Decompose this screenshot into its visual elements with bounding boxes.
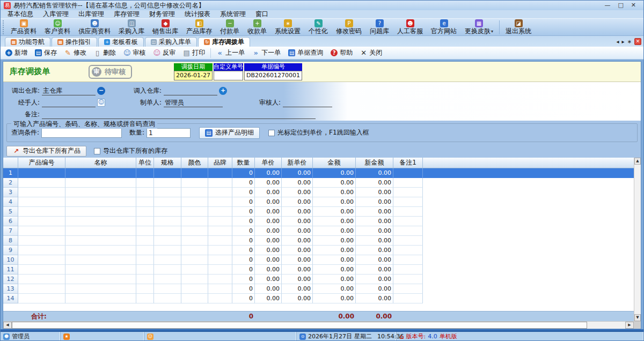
cell-price[interactable]: 0.00: [255, 217, 282, 226]
cell-amount[interactable]: 0.00: [313, 226, 356, 236]
cell-quantity[interactable]: 0: [232, 246, 255, 255]
toolbar-button[interactable]: ∗ 系统设置: [271, 19, 305, 35]
cell-amount[interactable]: 0.00: [313, 217, 356, 226]
action-button[interactable]: + 新增: [2, 47, 31, 59]
cell-remark[interactable]: [393, 168, 423, 178]
header-field-value[interactable]: 2026-01-27: [174, 71, 213, 80]
scrollbar-track[interactable]: [587, 322, 625, 329]
cell-remark[interactable]: [393, 284, 423, 294]
col-header[interactable]: 产品编号: [18, 158, 65, 168]
cell-spec[interactable]: [154, 217, 181, 226]
cell-spec[interactable]: [154, 265, 181, 275]
cell-remark[interactable]: [393, 207, 423, 217]
cell-new-price[interactable]: 0.00: [282, 265, 313, 275]
cell-remark[interactable]: [393, 294, 423, 303]
action-button[interactable]: ▤ 单据查询: [284, 47, 327, 59]
out-warehouse-picker-icon[interactable]: −: [97, 87, 105, 95]
cell-quantity[interactable]: 0: [232, 226, 255, 236]
cell-quantity[interactable]: 0: [232, 207, 255, 217]
table-row[interactable]: 4 0 0.00 0.00 0.00: [3, 197, 634, 207]
cell-color[interactable]: [181, 178, 208, 188]
vertical-scrollbar[interactable]: ▲ ▼: [634, 158, 641, 321]
cell-price[interactable]: 0.00: [255, 294, 282, 303]
cell-remark[interactable]: [393, 188, 423, 197]
cell-quantity[interactable]: 0: [232, 236, 255, 246]
col-header[interactable]: 品牌: [208, 158, 232, 168]
menu-item[interactable]: 库存管理: [109, 10, 144, 18]
cell-spec[interactable]: [154, 236, 181, 246]
cell-color[interactable]: [181, 236, 208, 246]
cell-color[interactable]: [181, 246, 208, 255]
cell-amount[interactable]: 0.00: [313, 207, 356, 217]
action-button[interactable]: ▤ 打印: [179, 47, 209, 59]
maximize-button[interactable]: □: [618, 1, 623, 10]
menu-item[interactable]: 统计报表: [180, 10, 215, 18]
col-header[interactable]: 名称: [65, 158, 136, 168]
col-header[interactable]: 规格: [154, 158, 181, 168]
cell-spec[interactable]: [154, 207, 181, 217]
cell-product-code[interactable]: [18, 246, 65, 255]
table-row[interactable]: 10 0 0.00 0.00 0.00: [3, 255, 634, 265]
toolbar-button[interactable]: e 官方网站: [427, 19, 461, 35]
cell-product-code[interactable]: [18, 217, 65, 226]
cell-quantity[interactable]: 0: [232, 294, 255, 303]
col-header[interactable]: 新单价: [282, 158, 313, 168]
cell-name[interactable]: [65, 284, 136, 294]
cell-product-code[interactable]: [18, 197, 65, 207]
cell-price[interactable]: 0.00: [255, 265, 282, 275]
cell-quantity[interactable]: 0: [232, 168, 255, 178]
cell-product-code[interactable]: [18, 178, 65, 188]
cell-remark[interactable]: [393, 275, 423, 284]
cell-product-code[interactable]: [18, 275, 65, 284]
toolbar-button[interactable]: ☺ 客户资料: [41, 19, 75, 35]
cell-remark[interactable]: [393, 236, 423, 246]
cell-product-code[interactable]: [18, 168, 65, 178]
action-button[interactable]: ? 帮助: [327, 47, 356, 59]
table-row[interactable]: 7 0 0.00 0.00 0.00: [3, 226, 634, 236]
col-header[interactable]: 单位: [136, 158, 154, 168]
select-product-detail-button[interactable]: ▤ 选择产品明细: [199, 127, 260, 139]
cell-name[interactable]: [65, 265, 136, 275]
toolbar-button[interactable]: + 收款单: [244, 19, 271, 35]
cell-unit[interactable]: [136, 178, 154, 188]
cell-product-code[interactable]: [18, 188, 65, 197]
horizontal-scrollbar[interactable]: ◀ ▶: [3, 321, 641, 329]
handler-picker-icon[interactable]: ☺: [97, 99, 105, 107]
cell-new-amount[interactable]: 0.00: [356, 168, 393, 178]
cell-brand[interactable]: [208, 197, 232, 207]
cell-product-code[interactable]: [18, 226, 65, 236]
cell-remark[interactable]: [393, 255, 423, 265]
cell-spec[interactable]: [154, 178, 181, 188]
action-button[interactable]: ▤ 保存: [31, 47, 61, 59]
cell-color[interactable]: [181, 226, 208, 236]
cell-brand[interactable]: [208, 275, 232, 284]
cell-color[interactable]: [181, 275, 208, 284]
cell-name[interactable]: [65, 246, 136, 255]
cell-brand[interactable]: [208, 188, 232, 197]
table-row[interactable]: 9 0 0.00 0.00 0.00: [3, 246, 634, 255]
export-warehouse-products-button[interactable]: ↗ 导出仓库下所有产品: [6, 146, 86, 157]
cell-color[interactable]: [181, 255, 208, 265]
cell-remark[interactable]: [393, 197, 423, 207]
table-row[interactable]: 6 0 0.00 0.00 0.00: [3, 217, 634, 226]
cell-price[interactable]: 0.00: [255, 246, 282, 255]
cell-unit[interactable]: [136, 188, 154, 197]
cell-new-price[interactable]: 0.00: [282, 275, 313, 284]
header-field-value[interactable]: [214, 71, 243, 80]
cell-new-amount[interactable]: 0.00: [356, 178, 393, 188]
cell-new-price[interactable]: 0.00: [282, 188, 313, 197]
cell-new-price[interactable]: 0.00: [282, 255, 313, 265]
cell-price[interactable]: 0.00: [255, 284, 282, 294]
cell-product-code[interactable]: [18, 284, 65, 294]
auditor-field[interactable]: [283, 98, 332, 107]
scroll-down-icon[interactable]: ▼: [634, 314, 641, 321]
table-row[interactable]: 12 0 0.00 0.00 0.00: [3, 275, 634, 284]
cell-new-price[interactable]: 0.00: [282, 236, 313, 246]
menu-item[interactable]: 窗口: [251, 10, 273, 18]
tab[interactable]: ▦ 功能导航: [5, 37, 50, 47]
tab-list-icon[interactable]: ∗: [627, 39, 632, 45]
cell-brand[interactable]: [208, 178, 232, 188]
cell-spec[interactable]: [154, 226, 181, 236]
minimize-button[interactable]: —: [604, 1, 610, 10]
cell-unit[interactable]: [136, 168, 154, 178]
